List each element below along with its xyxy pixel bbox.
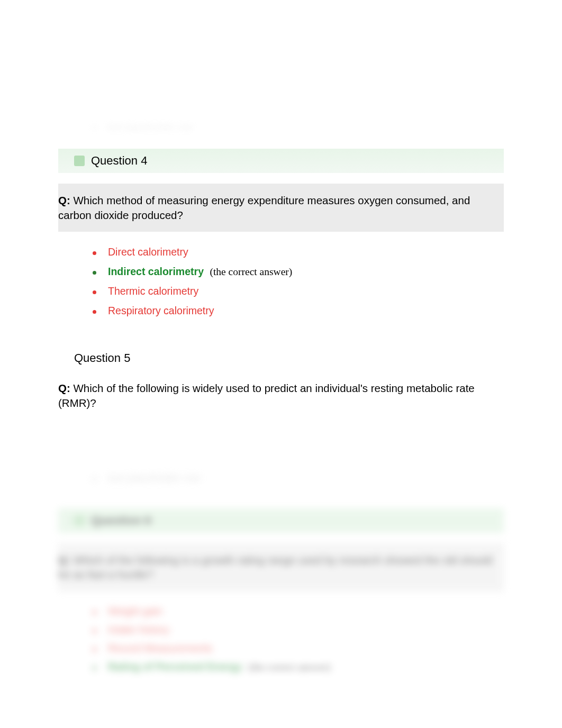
answer-option[interactable]: Record Measurements xyxy=(93,639,504,658)
question-4-title: Question 4 xyxy=(91,154,147,168)
answer-option[interactable]: Respiratory calorimetry xyxy=(93,301,504,321)
question-4-box: Q: Which method of measuring energy expe… xyxy=(58,184,504,232)
question-prefix: Q: xyxy=(58,554,70,566)
bullet-icon xyxy=(93,290,96,294)
blurred-item-label: text placeholder row xyxy=(107,122,193,133)
check-icon xyxy=(74,515,85,526)
question-6-header: Question 6 xyxy=(58,508,504,533)
bullet-icon xyxy=(93,611,96,614)
question-6-text: Which of the following is a growth ratin… xyxy=(58,554,492,581)
blurred-item-label: text placeholder row xyxy=(108,472,201,484)
answer-label: Weight gain xyxy=(108,605,162,617)
question-5-title: Question 5 xyxy=(74,351,130,365)
answer-label: Indirect calorimetry xyxy=(108,266,204,277)
answer-label: Direct calorimetry xyxy=(108,246,188,258)
question-5-header: Question 5 xyxy=(58,346,504,370)
bullet-icon xyxy=(93,310,96,314)
question-4-header: Question 4 xyxy=(58,149,504,173)
answer-label: Thermic calorimetry xyxy=(108,285,198,297)
blurred-region-bottom: text placeholder row Question 6 Q: Which… xyxy=(58,469,504,676)
question-prefix: Q: xyxy=(58,382,70,394)
question-6-answers: Weight gain Intake history Record Measur… xyxy=(58,602,504,676)
correct-answer-note: (the correct answer) xyxy=(248,661,331,672)
answer-label: Record Measurements xyxy=(108,642,212,654)
bullet-icon xyxy=(93,666,96,670)
answer-option[interactable]: Intake history xyxy=(93,621,504,639)
answer-label: Respiratory calorimetry xyxy=(108,305,214,317)
bullet-icon xyxy=(93,251,96,255)
bullet-icon xyxy=(93,271,96,275)
check-icon xyxy=(74,156,85,166)
blurred-region-top: text placeholder row xyxy=(58,0,504,149)
question-5-text: Which of the following is widely used to… xyxy=(58,382,475,409)
answer-option[interactable]: Weight gain xyxy=(93,602,504,621)
bullet-icon xyxy=(93,648,96,651)
question-4-answers: Direct calorimetry Indirect calorimetry … xyxy=(58,242,504,321)
answer-option[interactable]: Indirect calorimetry (the correct answer… xyxy=(93,262,504,281)
question-6-title: Question 6 xyxy=(91,514,151,527)
correct-answer-note: (the correct answer) xyxy=(210,266,292,277)
question-6-box: Q: Which of the following is a growth ra… xyxy=(58,543,504,592)
answer-option[interactable]: Rating of Perceived Energy (the correct … xyxy=(93,658,504,676)
answer-label: Intake history xyxy=(108,624,169,636)
answer-label: Rating of Perceived Energy xyxy=(108,661,242,672)
question-prefix: Q: xyxy=(58,194,70,206)
question-5-box: Q: Which of the following is widely used… xyxy=(58,381,504,410)
question-4-text: Which method of measuring energy expendi… xyxy=(58,194,470,221)
bullet-icon xyxy=(93,629,96,633)
answer-option[interactable]: Thermic calorimetry xyxy=(93,281,504,301)
answer-option[interactable]: Direct calorimetry xyxy=(93,242,504,262)
